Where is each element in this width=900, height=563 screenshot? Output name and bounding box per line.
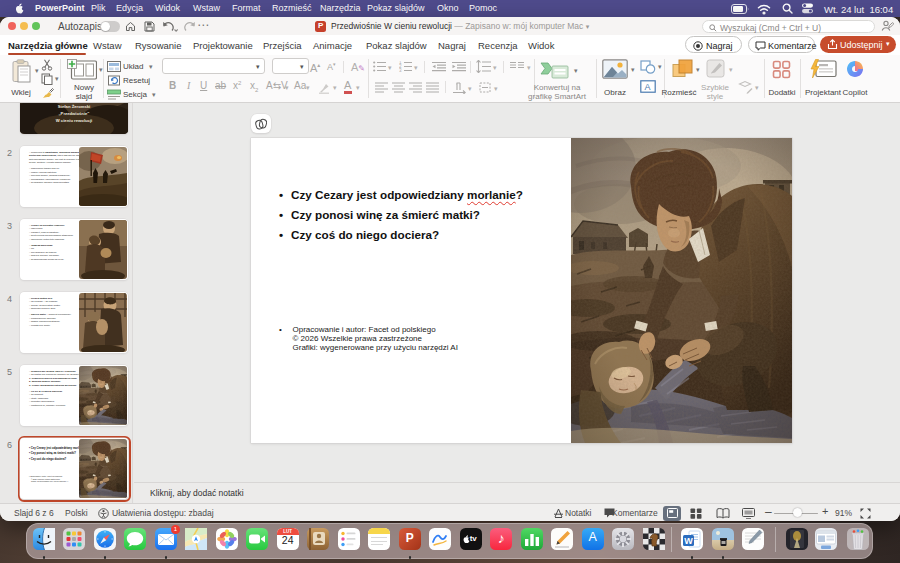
svg-text:3: 3 [399,68,402,72]
svg-text:W: W [684,536,693,546]
svg-text:A: A [645,82,651,92]
